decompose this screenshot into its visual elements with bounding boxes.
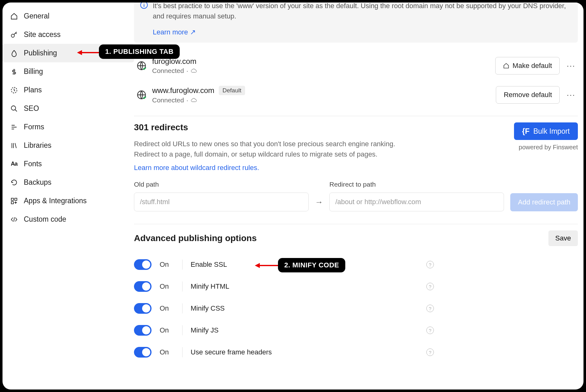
toggle-label: Use secure frame headers — [191, 348, 418, 356]
key-icon — [10, 31, 18, 39]
sidebar-item-site-access[interactable]: Site access — [3, 25, 134, 44]
svg-rect-3 — [11, 198, 13, 200]
redirects-header: 301 redirects Redirect old URLs to new o… — [134, 122, 578, 172]
sidebar-item-label: Site access — [24, 30, 61, 39]
toggle-state: On — [160, 260, 174, 269]
plans-icon — [10, 86, 18, 94]
toggle-switch[interactable] — [134, 347, 152, 358]
help-icon[interactable]: ? — [426, 283, 434, 290]
svg-marker-9 — [77, 50, 82, 55]
separator — [182, 347, 182, 357]
redirects-desc-line: Redirect old URLs to new ones so that yo… — [134, 140, 395, 148]
publish-icon — [10, 49, 18, 57]
add-redirect-button[interactable]: Add redirect path — [510, 193, 578, 211]
sidebar-item-label: Forms — [24, 123, 44, 131]
sidebar-item-plans[interactable]: Plans — [3, 81, 134, 99]
annotation-2: 2. MINIFY CODE — [278, 258, 345, 272]
sidebar-item-seo[interactable]: SEO — [3, 99, 134, 118]
svg-marker-11 — [255, 263, 260, 268]
status-separator: · — [187, 67, 188, 75]
home-icon — [10, 12, 18, 20]
sidebar-item-custom-code[interactable]: Custom code — [3, 210, 134, 229]
sidebar-item-label: Fonts — [24, 160, 42, 168]
powered-by-text: powered by Finsweet — [514, 144, 578, 151]
help-icon[interactable]: ? — [426, 348, 434, 356]
toggle-switch[interactable] — [134, 281, 152, 292]
toggle-label: Minify CSS — [191, 304, 418, 312]
help-icon[interactable]: ? — [426, 261, 434, 268]
sidebar-item-backups[interactable]: Backups — [3, 173, 134, 192]
external-link-icon: ↗ — [190, 28, 196, 36]
svg-point-2 — [11, 106, 16, 110]
separator — [182, 260, 182, 270]
toggle-state: On — [160, 282, 174, 291]
dollar-icon — [10, 68, 18, 76]
sidebar-item-apps[interactable]: Apps & Integrations — [3, 192, 134, 210]
redirect-inputs: Old path → Redirect to path Add redirect… — [134, 181, 578, 211]
old-path-input[interactable] — [134, 193, 309, 211]
redirects-description: Redirect old URLs to new ones so that yo… — [134, 139, 395, 159]
learn-more-label: Learn more — [153, 28, 188, 36]
toggle-label: Minify HTML — [191, 282, 418, 291]
toggle-state: On — [160, 304, 174, 312]
window: General Site access Publishing Billing P… — [3, 3, 583, 389]
toggle-state: On — [160, 326, 174, 334]
sidebar-item-label: Backups — [24, 178, 51, 187]
apps-icon — [10, 197, 18, 205]
button-label: Remove default — [504, 91, 552, 99]
default-badge: Default — [219, 86, 245, 95]
new-path-label: Redirect to path — [329, 181, 504, 188]
annotation-arrow-icon — [77, 48, 101, 58]
new-path-input[interactable] — [329, 193, 504, 211]
help-icon[interactable]: ? — [426, 327, 434, 334]
forms-icon — [10, 123, 18, 131]
toggle-switch[interactable] — [134, 325, 152, 336]
make-default-button[interactable]: Make default — [495, 57, 560, 75]
globe-check-icon — [134, 90, 149, 100]
toggle-switch[interactable] — [134, 303, 152, 314]
remove-default-button[interactable]: Remove default — [496, 86, 560, 104]
annotation-1: 1. PUBLISHING TAB — [99, 44, 180, 59]
old-path-label: Old path — [134, 181, 309, 188]
sidebar-item-label: General — [24, 12, 49, 20]
more-menu-button[interactable]: ··· — [564, 59, 578, 73]
separator — [182, 303, 182, 313]
toggle-row-secure-headers: On Use secure frame headers ? — [134, 341, 578, 363]
home-up-icon — [503, 63, 509, 69]
domain-name: www.furoglow.com — [152, 86, 214, 95]
svg-rect-5 — [11, 202, 13, 204]
svg-rect-4 — [15, 198, 17, 200]
cloud-icon — [191, 97, 197, 103]
separator — [182, 281, 182, 291]
arrow-right-icon: → — [315, 197, 323, 211]
sidebar-item-fonts[interactable]: Aa Fonts — [3, 155, 134, 173]
sidebar-item-libraries[interactable]: Libraries — [3, 136, 134, 155]
sidebar-item-general[interactable]: General — [3, 7, 134, 25]
learn-more-link[interactable]: Learn more ↗ — [153, 28, 196, 36]
save-button[interactable]: Save — [548, 230, 578, 246]
sidebar-item-billing[interactable]: Billing — [3, 62, 134, 81]
toggle-label: Minify JS — [191, 326, 418, 334]
more-menu-button[interactable]: ··· — [564, 88, 578, 102]
button-label: Make default — [512, 62, 552, 70]
redirects-title: 301 redirects — [134, 122, 395, 132]
wildcard-learn-link[interactable]: Learn more about wildcard redirect rules… — [134, 164, 259, 172]
advanced-title: Advanced publishing options — [134, 233, 257, 243]
toggle-state: On — [160, 348, 174, 356]
globe-check-icon — [134, 60, 149, 71]
toggle-row-minify-js: On Minify JS ? — [134, 319, 578, 341]
separator — [182, 325, 182, 335]
sidebar-item-label: SEO — [24, 104, 39, 113]
toggle-switch[interactable] — [134, 259, 152, 270]
toggle-row-minify-css: On Minify CSS ? — [134, 297, 578, 319]
sidebar-item-label: Apps & Integrations — [24, 197, 87, 205]
annotation-arrow-icon — [255, 261, 280, 271]
sidebar-item-forms[interactable]: Forms — [3, 118, 134, 136]
sidebar-item-label: Plans — [24, 86, 42, 94]
help-icon[interactable]: ? — [426, 305, 434, 312]
domain-row: furoglow.com Connected · Make default ··… — [134, 51, 578, 80]
divider — [134, 116, 578, 116]
sidebar-item-label: Publishing — [24, 49, 57, 57]
bulk-import-button[interactable]: {F Bulk Import — [514, 122, 578, 140]
redirects-desc-line: Redirect to a page, full domain, or setu… — [134, 150, 378, 158]
